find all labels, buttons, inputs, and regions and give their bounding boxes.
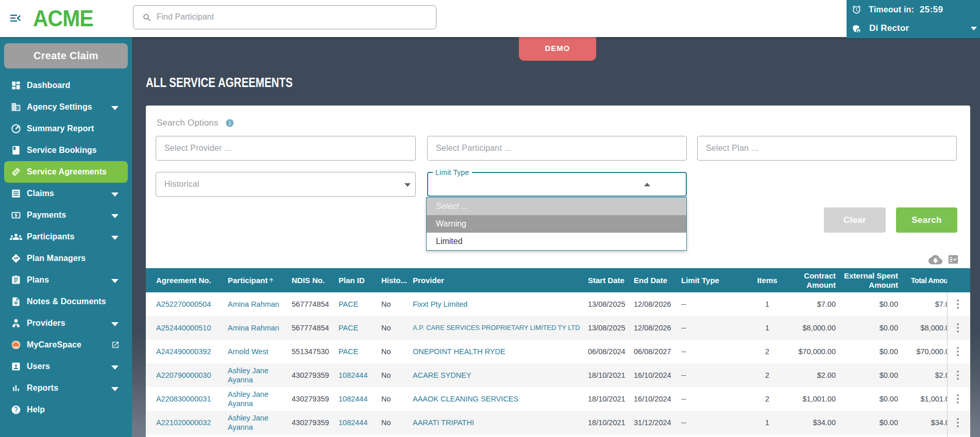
- svg-text:$: $: [14, 212, 18, 218]
